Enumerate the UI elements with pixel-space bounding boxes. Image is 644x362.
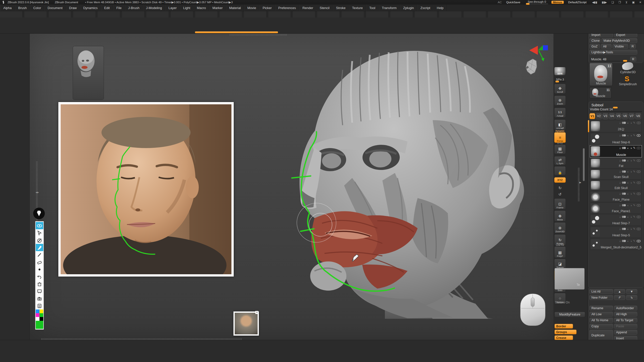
- reorder-icon[interactable]: ⤓: [620, 181, 621, 184]
- visibility-eye-icon[interactable]: [637, 122, 640, 124]
- subtool-action-button[interactable]: All To Target: [614, 318, 637, 323]
- subtool-version-tab[interactable]: V8: [635, 113, 641, 119]
- highlighter-icon[interactable]: [36, 244, 43, 251]
- divider-config-icon[interactable]: ❏: [611, 1, 615, 4]
- menu-item[interactable]: Render: [299, 5, 316, 11]
- inset-close-icon[interactable]: ×: [255, 311, 258, 314]
- subtool-version-tab[interactable]: V3: [602, 113, 608, 119]
- trash-icon[interactable]: [36, 280, 43, 288]
- visibility-eye-icon[interactable]: [637, 182, 640, 184]
- visibility-eye-icon[interactable]: [637, 134, 640, 137]
- contrast-icon[interactable]: ◑: [630, 134, 632, 137]
- brush-icon[interactable]: ✎: [633, 146, 635, 150]
- menu-item[interactable]: Material: [226, 5, 244, 11]
- default-zscript-button[interactable]: DefaultZScript: [566, 1, 589, 4]
- close-icon[interactable]: ✕: [638, 1, 642, 4]
- subtool-action-button[interactable]: All To Home: [589, 318, 613, 323]
- subtool-item[interactable]: ⤓ ◐ ◑ ✎ Muscle: [590, 145, 642, 157]
- contrast-icon[interactable]: ◑: [630, 240, 632, 243]
- contrast-icon[interactable]: ◑: [630, 181, 632, 184]
- tool-panel-button[interactable]: Lightbox▶Tools: [589, 50, 637, 55]
- canvas-right-scrollbar[interactable]: ▶: [578, 167, 580, 201]
- subtool-version-tab[interactable]: V2: [596, 113, 602, 119]
- subtool-action-button[interactable]: All Low: [589, 312, 613, 316]
- brush-icon[interactable]: ✎: [633, 204, 635, 207]
- contrast-icon[interactable]: ◑: [630, 147, 632, 150]
- color-palette[interactable]: [36, 309, 43, 317]
- subtool-action-button[interactable]: All High: [614, 312, 637, 316]
- shaded-icon[interactable]: ◐: [627, 134, 629, 137]
- visibility-eye-icon[interactable]: [637, 147, 640, 149]
- brush-icon[interactable]: ✎: [633, 192, 635, 195]
- subtool-action-button[interactable]: AutoReorder: [614, 306, 637, 310]
- tool-panel-button[interactable]: GoZ: [589, 44, 600, 49]
- brush-icon[interactable]: ✎: [633, 121, 635, 124]
- subtool-scroll-indicator[interactable]: [588, 120, 589, 132]
- subtool-version-tab[interactable]: V5: [616, 113, 621, 119]
- subtool-item[interactable]: ⤓ ◐ ◑ ✎ Merged_Skull-decimation2_5: [590, 238, 642, 250]
- menu-item[interactable]: Stencil: [316, 5, 333, 11]
- brush-icon[interactable]: ✎: [633, 159, 635, 162]
- notes-icon[interactable]: [36, 302, 43, 309]
- subtool-action-button[interactable]: List All: [589, 289, 613, 294]
- mask-by-feature-button[interactable]: MaskByFeature: [554, 312, 585, 317]
- shaded-icon[interactable]: ◐: [627, 228, 629, 231]
- brush-icon[interactable]: ✎: [633, 215, 635, 218]
- menu-item[interactable]: Movie: [244, 5, 259, 11]
- reorder-icon[interactable]: ⤓: [620, 192, 621, 195]
- tool-panel-button[interactable]: R: [630, 44, 636, 49]
- subtool-item[interactable]: ⤓ ◐ ◑ ✎ Fat: [590, 158, 642, 168]
- contrast-icon[interactable]: ◑: [630, 170, 632, 173]
- subtool-item[interactable]: ⤓ ◐ ◑ ✎ 28강: [590, 120, 642, 132]
- menu-item[interactable]: Color: [30, 5, 44, 11]
- annotation-pen-badge[interactable]: [33, 208, 45, 219]
- menu-item[interactable]: File: [113, 5, 125, 11]
- menu-item[interactable]: Draw: [66, 5, 80, 11]
- subtool-version-tab[interactable]: V7: [629, 113, 634, 119]
- menu-item[interactable]: Picker: [259, 5, 275, 11]
- reorder-icon[interactable]: ⤓: [620, 204, 621, 207]
- shaded-icon[interactable]: ◐: [627, 240, 629, 243]
- subtool-action-button[interactable]: ▼: [626, 289, 637, 294]
- tool-panel-button[interactable]: All: [601, 44, 612, 49]
- panel-scrollbar[interactable]: [583, 148, 585, 181]
- reorder-icon[interactable]: ⤓: [620, 215, 621, 218]
- crease-button[interactable]: Crease: [554, 335, 573, 340]
- palette-scrub-right-icon[interactable]: ▮▮▶: [601, 1, 608, 4]
- menu-item[interactable]: J-Brush: [125, 5, 143, 11]
- canvas-scroll-indicator[interactable]: [195, 31, 278, 33]
- subtool-action-button[interactable]: Copy: [589, 324, 613, 329]
- visible-count-slider[interactable]: Visible Count 14: [590, 108, 642, 112]
- texture-preview[interactable]: [554, 268, 585, 290]
- menu-item[interactable]: Tool: [366, 5, 379, 11]
- recent-tool-thumbnail[interactable]: 11 Muscle: [589, 87, 612, 98]
- contrast-icon[interactable]: ◑: [630, 215, 632, 218]
- shaded-icon[interactable]: ◐: [627, 204, 629, 207]
- brush-icon[interactable]: ✎: [633, 181, 635, 184]
- divider-config2-icon[interactable]: ❐: [617, 1, 622, 4]
- menu-item[interactable]: Light: [180, 5, 193, 11]
- subtool-version-tab[interactable]: V6: [622, 113, 628, 119]
- subtool-item[interactable]: ⤓ ◐ ◑ ✎ Scan Skull: [590, 169, 642, 179]
- menu-item[interactable]: Preferences: [275, 5, 299, 11]
- black-swatch[interactable]: [36, 317, 43, 321]
- menu-item[interactable]: Document: [44, 5, 66, 11]
- quicksave-button[interactable]: QuickSave: [504, 1, 522, 4]
- dot-icon[interactable]: [36, 266, 43, 273]
- contrast-icon[interactable]: ◑: [630, 159, 632, 162]
- undo-icon[interactable]: [36, 273, 43, 280]
- visibility-eye-icon[interactable]: [637, 159, 640, 162]
- subtool-version-tab[interactable]: V4: [609, 113, 615, 119]
- canvas-top-scrollbar[interactable]: [230, 34, 288, 36]
- subtool-action-button[interactable]: ↱: [614, 295, 625, 300]
- contrast-icon[interactable]: ◑: [630, 121, 632, 124]
- menu-item[interactable]: Macro: [193, 5, 209, 11]
- menu-item[interactable]: Marker: [209, 5, 226, 11]
- subtool-item[interactable]: ⤓ ◐ ◑ ✎ Face_Plane: [590, 191, 642, 202]
- sculpt-model[interactable]: [277, 37, 558, 319]
- menu-item[interactable]: Transform: [379, 5, 400, 11]
- menu-item[interactable]: Layer: [165, 5, 180, 11]
- subtool-action-button[interactable]: New Folder: [589, 295, 613, 300]
- minimize-icon[interactable]: ⊻: [624, 1, 628, 4]
- cursor-icon[interactable]: [36, 229, 43, 237]
